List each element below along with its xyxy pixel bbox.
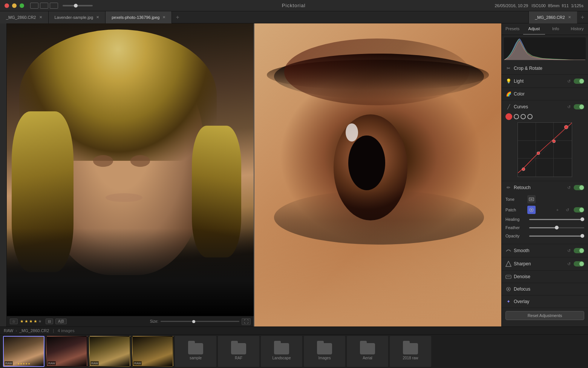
ab-btn[interactable]: A|B (55, 319, 67, 324)
filmstrip-folder-aerial[interactable]: Aerial (347, 336, 388, 367)
reset-adjustments-button[interactable]: Reset Adjustments (505, 311, 584, 320)
maximize-btn[interactable] (20, 3, 24, 8)
tab-adjust[interactable]: Adjust (523, 23, 545, 35)
tab-history[interactable]: History (567, 23, 588, 35)
section-light-header[interactable]: 💡 Light ↺ (502, 75, 588, 88)
patch-toggle[interactable] (574, 207, 584, 212)
filmstrip-folder-raf[interactable]: RAF (218, 336, 259, 367)
light-toggle[interactable] (574, 79, 584, 84)
retouch-toggle[interactable] (574, 185, 584, 190)
tab-label: _MG_2860.CR2 (6, 15, 36, 20)
smooth-reset-icon[interactable]: ↺ (565, 247, 572, 254)
tab-add-button[interactable]: + (172, 14, 183, 21)
tab-lavender[interactable]: Lavender-sample.jpg ✕ (49, 11, 106, 23)
section-defocus: Defocus (502, 283, 588, 296)
filmstrip-folder-sample[interactable]: sample (175, 336, 216, 367)
curves-channel-g[interactable] (521, 114, 526, 119)
tab-close-icon[interactable]: ✕ (568, 15, 571, 19)
curve-point-2[interactable] (537, 152, 540, 155)
view-icon-2[interactable] (40, 3, 48, 9)
section-smooth-header[interactable]: Smooth ↺ (502, 244, 588, 257)
rating-box[interactable]: ☆ (10, 319, 18, 324)
sharpen-toggle[interactable] (574, 261, 584, 266)
retouch-reset-icon[interactable]: ↺ (565, 184, 572, 191)
filmstrip-thumb-4[interactable]: RAW (132, 336, 173, 367)
curves-reset-icon[interactable]: ↺ (565, 103, 572, 110)
retouch-actions: ↺ (565, 184, 584, 191)
filmstrip-folder-landscape[interactable]: Landscape (261, 336, 302, 367)
curves-channel-rgb[interactable] (505, 113, 512, 120)
compare-btn[interactable]: ⊟ (46, 319, 53, 324)
tab-info[interactable]: Info (545, 23, 567, 35)
section-retouch-header[interactable]: ✏ Retouch ↺ (502, 181, 588, 194)
feather-thumb[interactable] (555, 226, 559, 229)
section-sharpen-header[interactable]: Sharpen ↺ (502, 257, 588, 270)
tab-presets[interactable]: Presets (502, 23, 523, 35)
raw-badge-4: RAW (133, 361, 142, 365)
star-3[interactable]: ★ (29, 319, 33, 324)
tone-tool-btn[interactable] (527, 195, 536, 203)
tab-mg2860-1[interactable]: _MG_2860.CR2 ✕ (0, 11, 49, 23)
filmstrip-thumb-1[interactable]: RAW ★★★★★ (3, 336, 44, 367)
section-overlay-header[interactable]: ✦ Overlay (502, 296, 588, 308)
curve-point-1[interactable] (522, 168, 525, 171)
size-slider[interactable] (161, 321, 239, 322)
fullscreen-btn[interactable]: ⛶ (242, 318, 251, 325)
section-denoise-header[interactable]: Denoise (502, 271, 588, 283)
curves-channel-r[interactable] (514, 114, 519, 119)
folder-label-sample: sample (190, 356, 202, 360)
star-4[interactable]: ★ (34, 319, 37, 324)
curve-point-4[interactable] (564, 125, 568, 129)
app-title: Picktorial (282, 3, 306, 8)
minimize-btn[interactable] (12, 3, 17, 8)
view-icon-1[interactable] (30, 3, 38, 9)
zoom-thumb[interactable] (74, 4, 78, 8)
patch-add-icon[interactable]: + (554, 206, 561, 213)
folder-label-aerial: Aerial (363, 356, 372, 360)
filmstrip-folder-2018raw[interactable]: 2018 raw (390, 336, 431, 367)
tab-close-icon[interactable]: ✕ (39, 15, 42, 19)
patch-reset-icon[interactable]: ↺ (564, 206, 571, 213)
section-curves-header[interactable]: ╱ Curves ↺ (502, 100, 588, 113)
star-rating[interactable]: ★ ★ ★ ★ ★ (20, 319, 42, 324)
curves-svg (518, 123, 572, 177)
star-5[interactable]: ★ (38, 319, 42, 324)
curves-channel-b[interactable] (527, 114, 533, 119)
curves-toggle[interactable] (574, 104, 584, 109)
curves-actions: ↺ (565, 103, 584, 110)
section-defocus-header[interactable]: Defocus (502, 283, 588, 295)
section-color-header[interactable]: 🌈 Color (502, 88, 588, 100)
feather-slider[interactable] (529, 227, 584, 228)
patch-tool-btn[interactable] (527, 206, 536, 214)
tab-add-right-button[interactable]: + (577, 14, 588, 21)
filmstrip-folder-images[interactable]: Images (304, 336, 345, 367)
tab-close-icon[interactable]: ✕ (96, 15, 99, 19)
section-sharpen: Sharpen ↺ (502, 257, 588, 271)
tab-pexels[interactable]: pexels-photo-136796.jpeg ✕ (106, 11, 172, 23)
filmstrip-thumb-3[interactable]: RAW (89, 336, 130, 367)
curve-point-3[interactable] (553, 140, 556, 143)
star-1[interactable]: ★ (20, 319, 24, 324)
section-crop-rotate-header[interactable]: ✂ Crop & Rotate (502, 62, 588, 74)
tab-close-icon[interactable]: ✕ (162, 15, 165, 19)
star-2[interactable]: ★ (24, 319, 28, 324)
light-reset-icon[interactable]: ↺ (565, 78, 572, 85)
panel-tabs: Presets Adjust Info History (502, 23, 588, 35)
view-icon-3[interactable] (50, 3, 58, 9)
sharpen-reset-icon[interactable]: ↺ (565, 260, 572, 267)
curves-graph[interactable] (518, 122, 572, 177)
tab-mg2860-right[interactable]: _MG_2860.CR2 ✕ (528, 11, 577, 23)
smooth-toggle[interactable] (574, 248, 584, 253)
close-btn[interactable] (5, 3, 9, 8)
opacity-slider[interactable] (529, 236, 584, 237)
healing-slider[interactable] (529, 219, 584, 220)
filmstrip-thumb-2[interactable]: RAW (46, 336, 87, 367)
right-panel: Presets Adjust Info History ✂ Crop & Rot… (501, 23, 588, 326)
thumb-badge-1: RAW (5, 361, 13, 365)
zoom-slider[interactable] (63, 5, 93, 6)
filmstrip-items: RAW ★★★★★ RAW RAW RAW sample (0, 335, 588, 368)
size-thumb[interactable] (192, 320, 195, 323)
section-overlay: ✦ Overlay (502, 296, 588, 308)
healing-thumb[interactable] (580, 217, 584, 221)
opacity-thumb[interactable] (580, 234, 584, 238)
